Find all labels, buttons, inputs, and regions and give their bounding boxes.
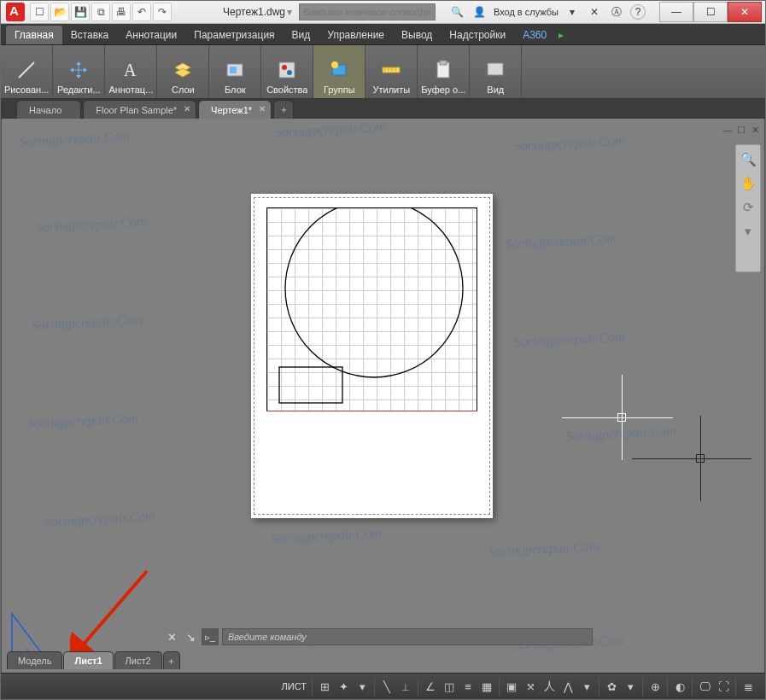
status-snap-dropdown-icon[interactable]: ▾ [354,678,371,695]
login-label[interactable]: Вход в службы [494,7,558,17]
qat-save-icon[interactable]: 💾 [71,3,90,21]
status-mode-label[interactable]: ЛИСТ [277,681,312,691]
layout-tab-sheet1[interactable]: Лист1 [63,651,113,669]
status-clean-icon[interactable]: ⛶ [715,678,732,695]
panel-annotation[interactable]: A Аннотац... [105,45,157,98]
ribbon-tab-view[interactable]: Вид [284,26,319,44]
qat-open-icon[interactable]: 📂 [50,3,69,21]
status-annoscale-icon[interactable]: 人 [541,678,558,695]
status-annoscale2-icon[interactable]: ⋀ [559,678,576,695]
nav-pan-icon[interactable]: ✋ [740,176,757,191]
ribbon-tab-manage[interactable]: Управление [319,26,393,44]
ribbon-tab-parametric[interactable]: Параметризация [185,26,283,44]
nav-zoom-icon[interactable]: 🔍 [740,152,757,167]
tab-close-icon[interactable]: ✕ [259,104,266,114]
status-gizmo-icon[interactable]: ⤧ [522,678,539,695]
doc-tab-start[interactable]: Начало [16,100,81,120]
panel-groups[interactable]: Группы [313,45,365,98]
close-button[interactable]: ✕ [728,2,762,22]
ribbon-tab-output[interactable]: Вывод [393,26,441,44]
panel-properties[interactable]: Свойства [261,45,313,98]
command-placeholder: Введите команду [228,632,307,642]
nav-orbit-icon[interactable]: ⟳ [743,200,754,215]
panel-layers[interactable]: Слои [157,45,209,98]
status-isolate-icon[interactable]: ◐ [671,678,688,695]
doc-tab-drawing1[interactable]: Чертеж1*✕ [198,100,272,120]
status-selection-icon[interactable]: ▣ [503,678,520,695]
status-workspace-dropdown-icon[interactable]: ▾ [622,678,639,695]
nav-dropdown-icon[interactable]: ▾ [745,224,751,239]
tab-close-icon[interactable]: ✕ [184,104,190,114]
keyword-search-input[interactable] [299,3,436,20]
binoculars-icon[interactable]: 🔍 [449,4,466,20]
title-dropdown-icon[interactable]: ▾ [287,6,292,18]
drawing-canvas[interactable]: — ☐ ✕ Soringpcrepair.Com Soringpcrepair.… [2,119,764,674]
svg-point-10 [331,61,338,68]
ribbon-tab-play-icon[interactable]: ▸ [555,26,567,44]
drawing-content [267,208,477,411]
panel-edit[interactable]: Редакти... [53,45,105,98]
vp-max-icon[interactable]: ☐ [735,124,747,136]
status-transparency-icon[interactable]: ▦ [478,678,495,695]
user-icon[interactable]: 👤 [471,4,488,20]
svg-rect-18 [488,63,503,75]
status-hardware-icon[interactable]: 🖵 [696,678,713,695]
status-snap-icon[interactable]: ✦ [335,678,352,695]
block-icon [222,57,248,83]
vp-min-icon[interactable]: — [722,124,734,136]
panel-clipboard[interactable]: Буфер о... [418,45,470,98]
command-input[interactable]: Введите команду [222,628,593,645]
layout-tab-model[interactable]: Модель [7,651,62,669]
login-dropdown-icon[interactable]: ▾ [564,4,581,20]
watermark: Soringpcrepair.Com [19,129,130,150]
ribbon-tab-annotations[interactable]: Аннотации [117,26,185,44]
status-otrack-icon[interactable]: ◫ [441,678,458,695]
status-annomonitor-icon[interactable]: ⊕ [646,678,664,695]
qat-saveall-icon[interactable]: ⧉ [91,3,110,21]
layout-tab-sheet2[interactable]: Лист2 [114,651,162,669]
status-scale-dropdown-icon[interactable]: ▾ [578,678,595,695]
maximize-button[interactable]: ☐ [693,2,728,22]
app-logo[interactable] [6,3,25,21]
quick-access-toolbar: ☐ 📂 💾 ⧉ 🖶 ↶ ↷ [30,3,172,21]
minimize-button[interactable]: — [659,2,693,22]
status-customize-icon[interactable]: ≣ [740,678,757,695]
svg-point-19 [285,208,463,377]
help-icon[interactable]: ? [630,4,646,20]
qat-redo-icon[interactable]: ↷ [153,3,172,21]
ribbon-tab-addins[interactable]: Надстройки [441,26,514,44]
status-polar-icon[interactable]: ⟂ [397,678,414,695]
cmd-prompt-icon[interactable]: ▹_ [202,628,219,645]
cmd-close-icon[interactable]: ✕ [164,629,179,645]
status-workspace-icon[interactable]: ✿ [603,678,620,695]
vp-close-icon[interactable]: ✕ [749,124,761,136]
nav-bar[interactable]: 🔍 ✋ ⟳ ▾ [735,144,761,272]
ribbon-tab-insert[interactable]: Вставка [62,26,118,44]
panel-properties-label: Свойства [266,85,307,95]
panel-draw[interactable]: Рисован... [1,45,53,98]
title-bar: ☐ 📂 💾 ⧉ 🖶 ↶ ↷ Чертеж1.dwg ▾ 🔍 👤 Вход в с… [1,1,765,24]
qat-print-icon[interactable]: 🖶 [112,3,131,21]
appstore-icon[interactable]: Ⓐ [608,4,625,20]
qat-new-icon[interactable]: ☐ [30,3,49,21]
doc-tab-add[interactable]: ＋ [273,100,294,120]
panel-utilities[interactable]: Утилиты [365,45,418,98]
status-grid-icon[interactable]: ⊞ [316,678,333,695]
panel-annotation-label: Аннотац... [108,85,153,95]
cmd-recent-icon[interactable]: ↘ [183,629,198,645]
status-lineweight-icon[interactable]: ≡ [459,678,477,695]
ribbon-tab-a360[interactable]: A360 [514,26,555,44]
panel-block[interactable]: Блок [209,45,261,98]
qat-undo-icon[interactable]: ↶ [132,3,151,21]
exchange-icon[interactable]: ✕ [586,4,603,20]
svg-rect-6 [279,62,295,78]
doc-tab-floorplan[interactable]: Floor Plan Sample*✕ [83,100,196,120]
clipboard-icon [430,57,456,83]
status-osnap-icon[interactable]: ∠ [422,678,439,695]
panel-view[interactable]: Вид [470,45,522,98]
layout-tab-add[interactable]: ＋ [163,651,180,669]
panel-clipboard-label: Буфер о... [421,85,465,95]
watermark: Soringpcrepair.Com [565,423,676,445]
ribbon-tab-home[interactable]: Главная [6,26,62,44]
status-ortho-icon[interactable]: ╲ [378,678,395,695]
